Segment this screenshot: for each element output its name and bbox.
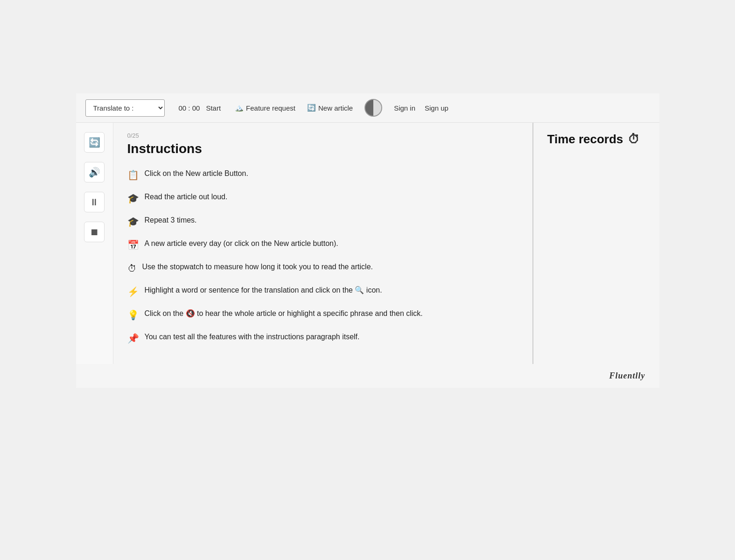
instruction-icon-0: 📋 xyxy=(127,168,139,182)
instruction-text-6: Click on the 🔇 to hear the whole article… xyxy=(145,308,423,319)
instruction-item-3: 📅A new article every day (or click on th… xyxy=(127,238,514,252)
vertical-divider xyxy=(532,123,533,364)
instruction-icon-1: 🎓 xyxy=(127,191,139,205)
main-area: 🔄 🔊 ⏸ ⏹ 0/25 Instructions 📋Click on the … xyxy=(76,123,659,364)
feature-request-label: Feature request xyxy=(246,104,295,112)
volume-icon-button[interactable]: 🔊 xyxy=(84,162,105,182)
instruction-text-3: A new article every day (or click on the… xyxy=(145,238,338,249)
volume-icon: 🔊 xyxy=(89,167,100,178)
timer-display: 00 : 00 xyxy=(179,104,200,112)
content-area: 0/25 Instructions 📋Click on the New arti… xyxy=(113,123,528,364)
translate-icon-button[interactable]: 🔄 xyxy=(84,132,105,153)
brand-name: Fluentlly xyxy=(609,371,645,380)
new-article-label: New article xyxy=(318,104,353,112)
instruction-icon-3: 📅 xyxy=(127,238,139,252)
theme-toggle-button[interactable] xyxy=(364,99,382,117)
stop-icon: ⏹ xyxy=(90,227,99,238)
time-records-title: Time records xyxy=(547,132,623,147)
instruction-text-0: Click on the New article Button. xyxy=(145,168,248,179)
instruction-text-2: Repeat 3 times. xyxy=(145,215,197,226)
start-button[interactable]: Start xyxy=(206,104,221,112)
instruction-item-6: 💡Click on the 🔇 to hear the whole articl… xyxy=(127,308,514,322)
new-article-button[interactable]: 🔄 New article xyxy=(307,104,353,112)
instruction-text-4: Use the stopwatch to measure how long it… xyxy=(142,261,373,273)
feature-request-icon: 🏔️ xyxy=(235,104,244,112)
instruction-text-1: Read the article out loud. xyxy=(145,191,228,203)
instruction-icon-4: ⏱ xyxy=(127,261,137,275)
instruction-item-5: ⚡Highlight a word or sentence for the tr… xyxy=(127,285,514,299)
instruction-icon-5: ⚡ xyxy=(127,285,139,299)
article-title: Instructions xyxy=(127,141,514,156)
sign-in-button[interactable]: Sign in xyxy=(394,104,415,112)
instruction-text-7: You can test all the features with the i… xyxy=(145,331,360,343)
instruction-item-2: 🎓Repeat 3 times. xyxy=(127,215,514,229)
instruction-text-5: Highlight a word or sentence for the tra… xyxy=(145,285,382,296)
feature-request-button[interactable]: 🏔️ Feature request xyxy=(235,104,295,112)
instruction-item-4: ⏱Use the stopwatch to measure how long i… xyxy=(127,261,514,275)
translate-icon: 🔄 xyxy=(89,137,100,148)
time-records-header: Time records ⏱ xyxy=(547,132,650,147)
left-sidebar: 🔄 🔊 ⏸ ⏹ xyxy=(76,123,113,364)
instruction-icon-6: 💡 xyxy=(127,308,139,322)
pause-icon: ⏸ xyxy=(90,197,99,208)
instruction-item-1: 🎓Read the article out loud. xyxy=(127,191,514,205)
pause-icon-button[interactable]: ⏸ xyxy=(84,192,105,212)
instruction-item-7: 📌You can test all the features with the … xyxy=(127,331,514,345)
navbar: Translate to : 00 : 00 Start 🏔️ Feature … xyxy=(76,93,659,123)
instruction-icon-7: 📌 xyxy=(127,331,139,345)
timer-area: 00 : 00 Start xyxy=(179,104,221,112)
stop-icon-button[interactable]: ⏹ xyxy=(84,222,105,242)
article-counter: 0/25 xyxy=(127,132,514,139)
sign-up-button[interactable]: Sign up xyxy=(425,104,448,112)
time-records-icon: ⏱ xyxy=(628,132,640,147)
instruction-item-0: 📋Click on the New article Button. xyxy=(127,168,514,182)
instructions-list: 📋Click on the New article Button.🎓Read t… xyxy=(127,168,514,345)
translate-select[interactable]: Translate to : xyxy=(85,99,165,117)
right-panel: Time records ⏱ xyxy=(538,123,659,364)
instruction-icon-2: 🎓 xyxy=(127,215,139,229)
new-article-icon: 🔄 xyxy=(307,104,316,112)
footer: Fluentlly xyxy=(76,364,659,388)
